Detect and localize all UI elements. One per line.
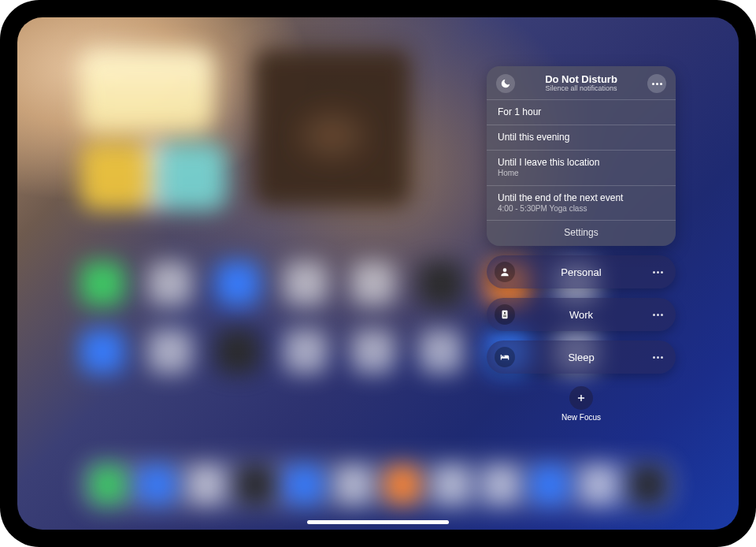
focus-more-button[interactable] <box>649 263 666 281</box>
dnd-settings-button[interactable]: Settings <box>487 220 676 246</box>
moon-icon <box>496 74 515 93</box>
svg-point-5 <box>502 356 503 358</box>
widget-stack <box>80 49 227 210</box>
svg-rect-4 <box>503 317 506 318</box>
new-focus: New Focus <box>487 386 676 422</box>
focus-label: Work <box>487 309 676 321</box>
focus-pill-personal[interactable]: Personal <box>487 255 676 288</box>
photos-widget-blur <box>254 49 411 207</box>
teal-widget-blur <box>159 143 227 210</box>
dnd-option-label: Until this evening <box>498 132 665 143</box>
ellipsis-icon <box>653 356 663 359</box>
dnd-title: Do Not Disturb <box>523 74 639 85</box>
svg-rect-1 <box>502 311 508 319</box>
plus-icon <box>576 393 587 404</box>
notes-widget-blur <box>80 49 214 132</box>
dnd-option-until-evening[interactable]: Until this evening <box>487 125 676 150</box>
dnd-title-wrap: Do Not Disturb Silence all notifications <box>523 74 639 93</box>
svg-rect-3 <box>503 315 506 316</box>
svg-point-2 <box>504 312 506 314</box>
focus-label: Personal <box>487 266 676 278</box>
ellipsis-icon <box>653 314 663 316</box>
badge-icon <box>495 304 515 325</box>
focus-more-button[interactable] <box>649 348 666 366</box>
dnd-option-label: For 1 hour <box>498 106 665 118</box>
focus-more-button[interactable] <box>649 306 666 323</box>
small-widgets-row <box>80 143 227 210</box>
person-icon <box>495 262 515 282</box>
dnd-option-sublabel: 4:00 - 5:30PM Yoga class <box>498 204 665 214</box>
dnd-option-label: Until I leave this location <box>498 157 665 169</box>
focus-pill-work[interactable]: Work <box>487 298 676 331</box>
yellow-widget-blur <box>80 143 148 210</box>
ipad-screen: Do Not Disturb Silence all notifications… <box>17 17 739 530</box>
focus-pill-sleep[interactable]: Sleep <box>487 340 676 374</box>
focus-control-panel: Do Not Disturb Silence all notifications… <box>487 66 676 422</box>
new-focus-label: New Focus <box>561 413 601 422</box>
dnd-option-for-1-hour[interactable]: For 1 hour <box>487 99 676 125</box>
ellipsis-icon <box>652 83 662 85</box>
focus-label: Sleep <box>487 352 676 363</box>
dnd-option-until-leave-location[interactable]: Until I leave this location Home <box>487 150 676 185</box>
dock-blur <box>79 457 677 512</box>
dnd-settings-label: Settings <box>564 227 598 238</box>
dnd-subtitle: Silence all notifications <box>523 85 639 93</box>
ellipsis-icon <box>653 271 663 274</box>
new-focus-button[interactable] <box>569 386 593 410</box>
svg-point-0 <box>503 269 507 273</box>
dnd-header[interactable]: Do Not Disturb Silence all notifications <box>487 66 676 99</box>
do-not-disturb-card: Do Not Disturb Silence all notifications… <box>487 66 676 246</box>
dnd-option-until-end-of-event[interactable]: Until the end of the next event 4:00 - 5… <box>487 185 676 221</box>
dnd-more-button[interactable] <box>647 74 666 93</box>
dnd-option-sublabel: Home <box>498 169 665 179</box>
home-indicator[interactable] <box>307 520 449 524</box>
ipad-device-frame: Do Not Disturb Silence all notifications… <box>0 0 756 547</box>
bed-icon <box>495 347 515 367</box>
dnd-option-label: Until the end of the next event <box>498 192 665 204</box>
